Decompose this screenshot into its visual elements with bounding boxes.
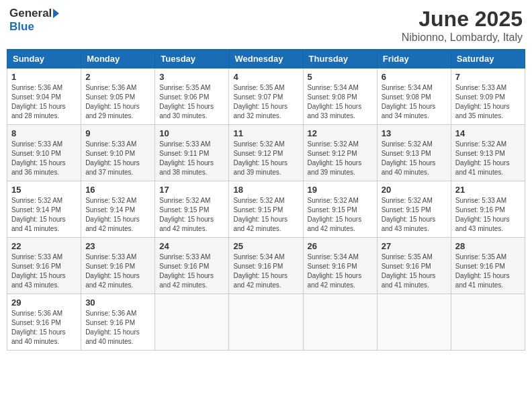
day-info: Sunrise: 5:32 AMSunset: 9:15 PMDaylight:… <box>382 196 447 234</box>
daylight-text: Daylight: 15 hours and 36 minutes. <box>11 159 66 176</box>
sunrise-text: Sunrise: 5:32 AM <box>233 140 284 148</box>
logo-blue: Blue <box>9 20 34 33</box>
daylight-text: Daylight: 15 hours and 41 minutes. <box>455 159 510 176</box>
sunrise-text: Sunrise: 5:32 AM <box>233 197 284 204</box>
sunrise-text: Sunrise: 5:33 AM <box>159 140 210 148</box>
daylight-text: Daylight: 15 hours and 42 minutes. <box>233 272 287 289</box>
sunrise-text: Sunrise: 5:33 AM <box>85 253 136 261</box>
calendar-week-row: 29Sunrise: 5:36 AMSunset: 9:16 PMDayligh… <box>7 294 525 351</box>
title-area: June 2025 Nibionno, Lombardy, Italy <box>402 7 523 44</box>
day-number: 11 <box>233 128 298 138</box>
daylight-text: Daylight: 15 hours and 32 minutes. <box>233 103 287 120</box>
sunset-text: Sunset: 9:16 PM <box>382 263 431 270</box>
sunset-text: Sunset: 9:10 PM <box>85 150 135 157</box>
weekday-header-thursday: Thursday <box>303 50 377 68</box>
daylight-text: Daylight: 15 hours and 39 minutes. <box>308 159 362 176</box>
day-info: Sunrise: 5:32 AMSunset: 9:13 PMDaylight:… <box>455 140 521 177</box>
day-info: Sunrise: 5:36 AMSunset: 9:05 PMDaylight:… <box>85 83 150 121</box>
calendar-cell: 10Sunrise: 5:33 AMSunset: 9:11 PMDayligh… <box>155 125 229 181</box>
day-info: Sunrise: 5:35 AMSunset: 9:07 PMDaylight:… <box>233 83 298 121</box>
sunrise-text: Sunrise: 5:33 AM <box>11 253 62 261</box>
sunset-text: Sunset: 9:09 PM <box>455 93 505 101</box>
sunrise-text: Sunrise: 5:34 AM <box>308 253 359 261</box>
day-number: 19 <box>308 185 373 195</box>
sunset-text: Sunset: 9:12 PM <box>308 150 357 157</box>
calendar-cell <box>377 294 451 351</box>
day-info: Sunrise: 5:34 AMSunset: 9:16 PMDaylight:… <box>233 253 298 290</box>
daylight-text: Daylight: 15 hours and 29 minutes. <box>85 103 140 120</box>
calendar-cell: 28Sunrise: 5:35 AMSunset: 9:16 PMDayligh… <box>451 238 525 294</box>
day-info: Sunrise: 5:32 AMSunset: 9:15 PMDaylight:… <box>159 196 224 234</box>
calendar-cell <box>451 294 525 351</box>
sunrise-text: Sunrise: 5:36 AM <box>85 310 136 317</box>
calendar-cell: 1Sunrise: 5:36 AMSunset: 9:04 PMDaylight… <box>7 68 81 125</box>
day-info: Sunrise: 5:35 AMSunset: 9:06 PMDaylight:… <box>159 83 224 121</box>
day-number: 17 <box>159 185 224 195</box>
day-info: Sunrise: 5:32 AMSunset: 9:12 PMDaylight:… <box>233 140 298 177</box>
sunset-text: Sunset: 9:16 PM <box>159 263 209 270</box>
day-number: 7 <box>455 72 521 82</box>
day-info: Sunrise: 5:34 AMSunset: 9:16 PMDaylight:… <box>308 253 373 290</box>
logo-general: General <box>9 7 52 20</box>
day-number: 16 <box>85 185 150 195</box>
calendar-cell: 14Sunrise: 5:32 AMSunset: 9:13 PMDayligh… <box>451 125 525 181</box>
calendar-cell: 26Sunrise: 5:34 AMSunset: 9:16 PMDayligh… <box>303 238 377 294</box>
sunrise-text: Sunrise: 5:32 AM <box>308 140 359 148</box>
sunrise-text: Sunrise: 5:33 AM <box>85 140 136 148</box>
sunrise-text: Sunrise: 5:33 AM <box>159 253 210 261</box>
daylight-text: Daylight: 15 hours and 37 minutes. <box>85 159 140 176</box>
weekday-header-wednesday: Wednesday <box>229 50 303 68</box>
daylight-text: Daylight: 15 hours and 42 minutes. <box>159 216 214 232</box>
daylight-text: Daylight: 15 hours and 43 minutes. <box>382 216 436 232</box>
calendar-table: SundayMondayTuesdayWednesdayThursdayFrid… <box>7 49 525 351</box>
sunrise-text: Sunrise: 5:32 AM <box>455 140 506 148</box>
day-info: Sunrise: 5:33 AMSunset: 9:10 PMDaylight:… <box>85 140 150 177</box>
day-info: Sunrise: 5:33 AMSunset: 9:09 PMDaylight:… <box>455 83 521 121</box>
daylight-text: Daylight: 15 hours and 42 minutes. <box>308 272 362 289</box>
sunset-text: Sunset: 9:10 PM <box>11 150 61 157</box>
header: General Blue June 2025 Nibionno, Lombard… <box>7 7 525 44</box>
day-info: Sunrise: 5:35 AMSunset: 9:16 PMDaylight:… <box>455 253 521 290</box>
day-info: Sunrise: 5:33 AMSunset: 9:10 PMDaylight:… <box>11 140 77 177</box>
daylight-text: Daylight: 15 hours and 34 minutes. <box>382 103 436 120</box>
calendar-cell: 27Sunrise: 5:35 AMSunset: 9:16 PMDayligh… <box>377 238 451 294</box>
sunset-text: Sunset: 9:15 PM <box>159 206 209 214</box>
calendar-cell: 12Sunrise: 5:32 AMSunset: 9:12 PMDayligh… <box>303 125 377 181</box>
day-number: 9 <box>85 128 150 138</box>
sunset-text: Sunset: 9:08 PM <box>382 93 431 101</box>
day-number: 29 <box>11 298 77 308</box>
sunset-text: Sunset: 9:13 PM <box>382 150 431 157</box>
day-number: 24 <box>159 241 224 251</box>
day-number: 14 <box>455 128 521 138</box>
daylight-text: Daylight: 15 hours and 28 minutes. <box>11 103 66 120</box>
sunset-text: Sunset: 9:12 PM <box>233 150 283 157</box>
sunset-text: Sunset: 9:16 PM <box>11 319 61 326</box>
daylight-text: Daylight: 15 hours and 35 minutes. <box>455 103 510 120</box>
logo: General Blue <box>9 7 59 34</box>
calendar-cell <box>229 294 303 351</box>
day-info: Sunrise: 5:33 AMSunset: 9:16 PMDaylight:… <box>159 253 224 290</box>
daylight-text: Daylight: 15 hours and 41 minutes. <box>11 216 66 232</box>
sunrise-text: Sunrise: 5:32 AM <box>382 140 433 148</box>
day-number: 10 <box>159 128 224 138</box>
calendar-cell: 30Sunrise: 5:36 AMSunset: 9:16 PMDayligh… <box>81 294 155 351</box>
sunrise-text: Sunrise: 5:32 AM <box>85 197 136 204</box>
daylight-text: Daylight: 15 hours and 41 minutes. <box>455 272 510 289</box>
sunrise-text: Sunrise: 5:36 AM <box>11 310 62 317</box>
sunrise-text: Sunrise: 5:35 AM <box>382 253 433 261</box>
day-info: Sunrise: 5:34 AMSunset: 9:08 PMDaylight:… <box>308 83 373 121</box>
daylight-text: Daylight: 15 hours and 42 minutes. <box>85 216 140 232</box>
calendar-cell <box>155 294 229 351</box>
sunset-text: Sunset: 9:15 PM <box>308 206 357 214</box>
calendar-cell: 18Sunrise: 5:32 AMSunset: 9:15 PMDayligh… <box>229 181 303 238</box>
calendar-week-row: 1Sunrise: 5:36 AMSunset: 9:04 PMDaylight… <box>7 68 525 125</box>
calendar-week-row: 8Sunrise: 5:33 AMSunset: 9:10 PMDaylight… <box>7 125 525 181</box>
sunset-text: Sunset: 9:15 PM <box>382 206 431 214</box>
day-info: Sunrise: 5:35 AMSunset: 9:16 PMDaylight:… <box>382 253 447 290</box>
calendar-cell: 4Sunrise: 5:35 AMSunset: 9:07 PMDaylight… <box>229 68 303 125</box>
day-number: 13 <box>382 128 447 138</box>
day-number: 30 <box>85 298 150 308</box>
weekday-header-monday: Monday <box>81 50 155 68</box>
sunrise-text: Sunrise: 5:35 AM <box>233 84 284 91</box>
day-info: Sunrise: 5:36 AMSunset: 9:16 PMDaylight:… <box>11 309 77 347</box>
